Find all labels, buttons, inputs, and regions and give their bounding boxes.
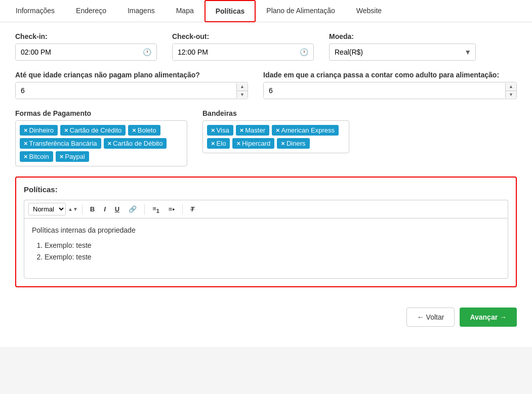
checkout-input-wrap: 🕐 [172, 43, 314, 61]
tag-label: Elo [217, 140, 226, 147]
moeda-select-wrap: Real(R$) ▼ [329, 43, 476, 61]
italic-button[interactable]: I [100, 204, 109, 214]
ordered-list-button[interactable]: ≡1 [149, 203, 163, 215]
idade2-spin-down[interactable]: ▼ [506, 91, 516, 99]
tag-pagamento: ×Cartão de Crédito [60, 125, 126, 136]
tab-plano-alimentacao[interactable]: Plano de Alimentação [256, 0, 345, 22]
tag-remove-icon[interactable]: × [132, 126, 136, 134]
politicas-section-title: Políticas: [24, 185, 508, 194]
checkin-input-wrap: 🕐 [15, 43, 157, 61]
tag-label: Visa [217, 126, 229, 134]
bold-button[interactable]: B [87, 204, 98, 214]
tab-mapa[interactable]: Mapa [166, 0, 204, 22]
tag-label: Cartão de Crédito [70, 126, 122, 134]
idade1-input[interactable] [16, 82, 236, 99]
checkin-input[interactable] [16, 44, 138, 60]
bottom-actions: ← Voltar Avançar → [0, 297, 532, 332]
idade1-group: Até que idade crianças não pagam plano a… [15, 71, 248, 99]
tag-label: Hipercard [242, 140, 270, 147]
tag-label: Paypal [65, 153, 85, 160]
idade1-label: Até que idade crianças não pagam plano a… [15, 71, 248, 79]
tag-bandeira: ×American Express [272, 125, 339, 136]
main-content: Check-in: 🕐 Check-out: 🕐 Moeda: Real(R$)… [0, 22, 532, 297]
tag-label: Master [245, 126, 265, 134]
moeda-arrow-icon: ▼ [460, 44, 475, 60]
tag-remove-icon[interactable]: × [240, 126, 244, 134]
list-item: Exemplo: teste [45, 240, 500, 251]
editor-content[interactable]: Políticas internas da propriedade Exempl… [24, 218, 508, 279]
format-arrow-icon: ▲▼ [68, 206, 78, 212]
format-select[interactable]: NormalTítulo 1Título 2Título 3 [28, 203, 66, 215]
idade2-label: Idade em que a criança passa a contar co… [263, 71, 517, 79]
tag-label: Boleto [138, 126, 156, 134]
moeda-group: Moeda: Real(R$) ▼ [329, 32, 476, 61]
tag-bandeira: ×Visa [207, 125, 233, 136]
formas-pagamento-group: Formas de Pagamento ×Dinheiro×Cartão de … [15, 109, 187, 166]
tag-bandeira: ×Hipercard [232, 138, 274, 149]
tag-remove-icon[interactable]: × [211, 126, 215, 134]
tag-bandeira: ×Diners [277, 138, 309, 149]
clear-format-button[interactable]: T [187, 204, 198, 214]
unordered-list-button[interactable]: ≡• [165, 204, 178, 214]
tag-pagamento: ×Transferência Bancária [20, 138, 101, 149]
next-button[interactable]: Avançar → [460, 308, 517, 327]
idade2-input-wrap: ▲ ▼ [263, 82, 517, 99]
tag-label: American Express [281, 126, 335, 134]
checkin-group: Check-in: 🕐 [15, 32, 157, 61]
checkout-label: Check-out: [172, 32, 314, 40]
idade2-input[interactable] [264, 82, 505, 99]
tag-label: Dinheiro [29, 126, 54, 134]
tag-remove-icon[interactable]: × [236, 140, 240, 147]
tag-label: Transferência Bancária [29, 140, 97, 147]
tag-pagamento: ×Bitcoin [20, 151, 53, 162]
checkout-input[interactable] [173, 44, 295, 60]
nav-tabs: Informações Endereço Imagens Mapa Políti… [0, 0, 532, 22]
tab-imagens[interactable]: Imagens [117, 0, 166, 22]
tag-bandeira: ×Elo [207, 138, 230, 149]
page-container: Informações Endereço Imagens Mapa Políti… [0, 0, 532, 347]
checkin-clock-icon[interactable]: 🕐 [138, 44, 156, 60]
tag-remove-icon[interactable]: × [64, 126, 68, 134]
payment-row: Formas de Pagamento ×Dinheiro×Cartão de … [15, 109, 517, 166]
toolbar-divider-2 [144, 204, 145, 214]
bandeiras-tags: ×Visa×Master×American Express×Elo×Hiperc… [202, 120, 349, 153]
tag-pagamento: ×Boleto [128, 125, 160, 136]
formas-pagamento-label: Formas de Pagamento [15, 109, 187, 117]
tab-informacoes[interactable]: Informações [5, 0, 65, 22]
idade-row: Até que idade crianças não pagam plano a… [15, 71, 517, 99]
moeda-select[interactable]: Real(R$) [330, 44, 460, 60]
checkout-clock-icon[interactable]: 🕐 [295, 44, 313, 60]
editor-intro-text: Políticas internas da propriedade [32, 225, 500, 236]
formas-pagamento-tags: ×Dinheiro×Cartão de Crédito×Boleto×Trans… [15, 120, 187, 166]
idade1-spin-up[interactable]: ▲ [237, 83, 248, 91]
tag-label: Diners [287, 140, 306, 147]
tag-remove-icon[interactable]: × [24, 140, 28, 147]
politicas-section: Políticas: NormalTítulo 1Título 2Título … [15, 177, 517, 287]
tag-pagamento: ×Cartão de Débito [104, 138, 167, 149]
tab-politicas[interactable]: Políticas [204, 0, 256, 22]
tag-remove-icon[interactable]: × [211, 140, 215, 147]
tag-remove-icon[interactable]: × [276, 126, 280, 134]
tag-remove-icon[interactable]: × [108, 140, 112, 147]
tab-endereco[interactable]: Endereço [65, 0, 117, 22]
underline-button[interactable]: U [111, 204, 123, 214]
editor-list: Exemplo: testeExemplo: teste [45, 240, 500, 262]
back-button[interactable]: ← Voltar [406, 308, 455, 327]
tag-remove-icon[interactable]: × [281, 140, 285, 147]
toolbar-divider-3 [182, 204, 183, 214]
idade2-spin-up[interactable]: ▲ [506, 83, 516, 91]
link-button[interactable]: 🔗 [125, 204, 140, 214]
idade1-spin: ▲ ▼ [236, 83, 248, 99]
tag-remove-icon[interactable]: × [60, 153, 64, 160]
tag-remove-icon[interactable]: × [24, 126, 28, 134]
toolbar-divider-1 [82, 204, 83, 214]
tag-label: Cartão de Débito [113, 140, 162, 147]
idade1-spin-down[interactable]: ▼ [237, 91, 248, 99]
checkin-checkout-row: Check-in: 🕐 Check-out: 🕐 Moeda: Real(R$)… [15, 32, 517, 61]
tag-label: Bitcoin [29, 153, 49, 160]
idade1-input-wrap: ▲ ▼ [15, 82, 248, 99]
tab-website[interactable]: Website [346, 0, 392, 22]
checkout-group: Check-out: 🕐 [172, 32, 314, 61]
tag-remove-icon[interactable]: × [24, 153, 28, 160]
editor-toolbar: NormalTítulo 1Título 2Título 3 ▲▼ B I U … [24, 200, 508, 218]
